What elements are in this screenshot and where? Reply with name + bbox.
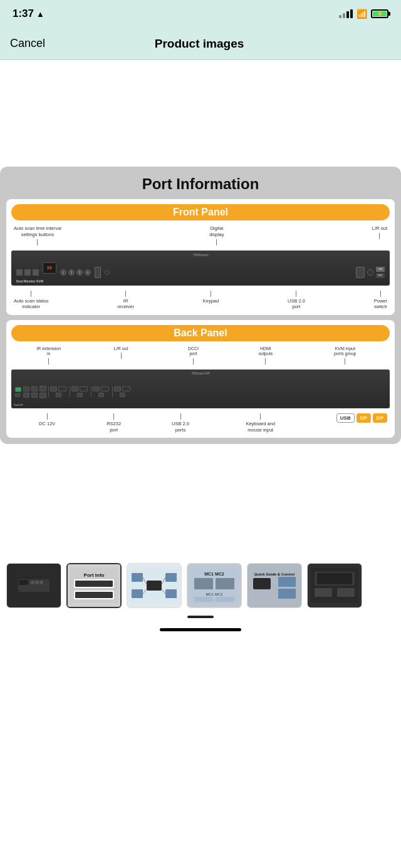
svg-text:MC1  MC2: MC1 MC2 (204, 572, 224, 576)
bpd-dp4 (122, 386, 130, 391)
annotation-ir-receiver: IRreceiver (117, 291, 134, 311)
svg-rect-36 (315, 588, 332, 597)
fpd-btn-3: 3 (76, 269, 83, 276)
home-bar (160, 628, 241, 631)
svg-rect-37 (337, 588, 355, 597)
svg-rect-25 (216, 578, 234, 589)
port-info-title: Port Information (6, 175, 395, 193)
ann-kvm-input: KVM inputports group (302, 346, 388, 364)
svg-point-3 (31, 581, 34, 584)
bpd-power-col (15, 387, 21, 397)
thumbnail-6[interactable] (307, 563, 362, 608)
annotation-digital-display: Digitaldisplay (209, 225, 224, 245)
usb-badge: USB (336, 413, 355, 423)
front-panel-label: Front Panel (173, 207, 228, 218)
thumbnail-strip: Port Info (0, 557, 401, 618)
ann-dc12v: DC 12V (14, 413, 80, 427)
bpd-hdmi-group4 (112, 386, 132, 397)
cancel-button[interactable]: Cancel (10, 37, 45, 50)
bpd-dp1 (58, 386, 66, 391)
bpd-rs232 (15, 393, 20, 397)
fpd-ir (95, 267, 101, 278)
nav-bar: Cancel Product images (0, 28, 401, 60)
back-device-label: Dual DP (14, 403, 23, 406)
bpd-usb-b2 (77, 393, 83, 397)
white-space-top (0, 60, 401, 167)
bpd-hdmi3 (93, 386, 100, 391)
svg-rect-31 (253, 578, 271, 589)
bpd-kb (39, 386, 46, 391)
fpd-segment-display: 88 (43, 262, 56, 274)
thumbnail-4[interactable]: MC1 MC2 MC1 MC2 (187, 563, 242, 608)
svg-rect-33 (278, 589, 296, 599)
thumbnail-1[interactable] (6, 563, 61, 608)
svg-rect-16 (132, 589, 143, 598)
svg-point-5 (39, 581, 43, 584)
annotation-lr-out: L/R out (372, 225, 387, 245)
bpd-hdmi-group1 (48, 386, 68, 397)
bpd-dp3 (101, 386, 109, 391)
bpd-hdmi-group2 (70, 386, 89, 397)
bpd-kb-col (39, 386, 46, 398)
bpd-hdmi1 (50, 386, 57, 391)
bpd-dc12v (15, 387, 21, 392)
fpd-mm-btn (33, 269, 39, 276)
svg-rect-14 (132, 573, 143, 582)
svg-rect-24 (194, 578, 213, 589)
svg-rect-1 (18, 592, 49, 594)
white-space-bottom (0, 444, 401, 557)
ann-kb-mouse: Keyboard andmouse input (214, 413, 307, 433)
thumb-active-indicator (6, 613, 395, 618)
svg-rect-9 (75, 581, 113, 587)
svg-rect-13 (147, 581, 162, 591)
fpd-usb-port (356, 267, 365, 278)
fpd-num-buttons: 1 2 3 4 (60, 269, 91, 276)
thumbnail-list: Port Info (6, 563, 395, 613)
device-label: Dual Monitor KVM (16, 279, 43, 283)
back-top-annotations: IR extensionin L/R out DCCIport HDMIoutp… (11, 346, 390, 366)
thumb-2-inner: Port Info (68, 564, 120, 607)
annotation-scan-status: Auto scan statusindicator (14, 291, 48, 311)
annotation-keypad: Keypad (203, 291, 219, 311)
fpd-sec-btn (24, 269, 31, 276)
bpd-usb-b3 (98, 393, 104, 397)
svg-text:Port Info: Port Info (84, 572, 105, 578)
brand-name: TRSmart (192, 253, 208, 257)
svg-text:Quick Guide & Control: Quick Guide & Control (254, 572, 295, 576)
svg-rect-15 (165, 573, 177, 582)
svg-point-4 (35, 581, 39, 584)
dp-badge-1: DP (357, 413, 371, 423)
status-time: 1:37 (13, 8, 34, 20)
bpd-usb2 (23, 393, 29, 398)
thumbnail-5[interactable]: Quick Guide & Control (247, 563, 302, 608)
bpd-hdmi4 (114, 386, 121, 391)
svg-rect-11 (75, 592, 113, 598)
bpd-hdmi2 (71, 386, 78, 391)
thumbnail-3[interactable] (127, 563, 182, 608)
location-icon: ▲ (36, 9, 44, 19)
bpd-usb1 (23, 386, 29, 391)
front-bottom-annotations: Auto scan statusindicator IRreceiver Key… (11, 289, 390, 311)
thumbnail-2[interactable]: Port Info (66, 563, 122, 608)
fpd-left-controls (16, 269, 39, 276)
page-title: Product images (45, 37, 353, 51)
bpd-mouse (39, 393, 46, 398)
annotation-auto-scan: Auto scan time intervalsettings buttons (14, 225, 61, 245)
port-badge-row: USB DP DP (336, 413, 387, 423)
front-panel-badge: Front Panel (11, 204, 390, 220)
ann-hdmi: HDMIoutputs (229, 346, 301, 364)
fpd-btn-2: 2 (68, 269, 75, 276)
bpd-usb2-col (31, 386, 38, 398)
fpd-btn-1: 1 (60, 269, 66, 276)
bpd-hdmi-group3 (91, 386, 110, 397)
fpd-set-btn (16, 269, 23, 276)
home-indicator (0, 618, 401, 637)
fpd-mic (105, 270, 110, 275)
svg-text:MC1  MC2: MC1 MC2 (206, 592, 223, 596)
wifi-icon: 📶 (357, 9, 367, 19)
front-panel-device: TRSmart Dual Monitor KVM 88 1 2 3 4 (11, 251, 390, 286)
ann-dcci: DCCIport (157, 346, 229, 364)
fpd-audio-jack (367, 269, 373, 276)
front-panel-section: Front Panel Auto scan time intervalsetti… (6, 199, 395, 315)
back-panel-device: TRSmart DP Dual DP (11, 369, 390, 408)
